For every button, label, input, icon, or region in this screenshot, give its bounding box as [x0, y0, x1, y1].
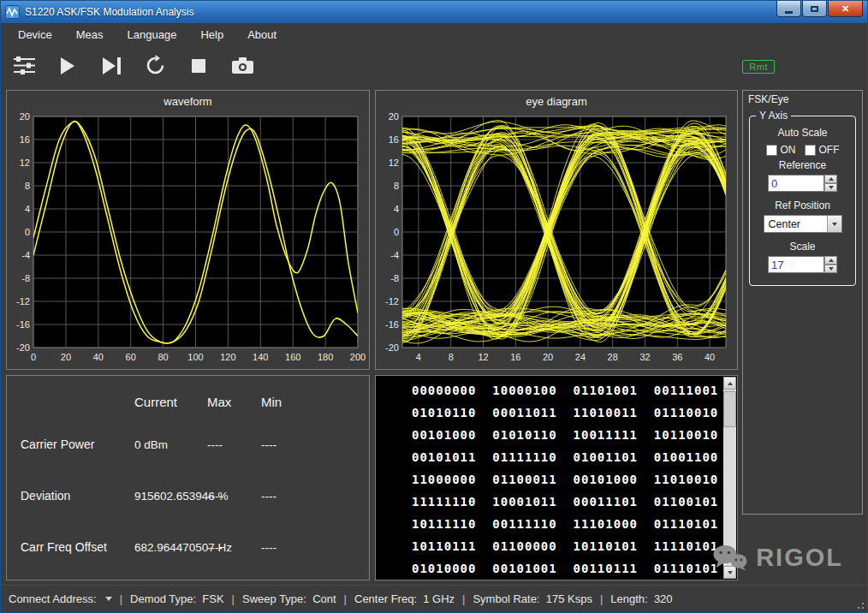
run-button[interactable]: [53, 51, 82, 80]
status-length: Length: 320: [610, 592, 672, 605]
reference-spin-down[interactable]: [824, 183, 837, 192]
app-icon: [5, 5, 20, 19]
svg-text:-20: -20: [16, 342, 30, 353]
symbol-row: 00101011 01111110 01001101 01001100: [412, 446, 722, 468]
symbol-rows: 00000000 10000100 01101001 0011100101010…: [412, 379, 722, 580]
svg-text:20: 20: [61, 352, 71, 362]
stop-button[interactable]: [184, 51, 213, 80]
scale-spin-up[interactable]: [824, 256, 837, 265]
status-separator: |: [600, 592, 603, 605]
svg-text:16: 16: [510, 352, 520, 362]
svg-text:-8: -8: [390, 273, 399, 283]
svg-text:40: 40: [705, 352, 715, 362]
status-center-freq: Center Freq: 1 GHz: [354, 592, 455, 605]
status-separator: |: [462, 592, 465, 605]
menu-item-help[interactable]: Help: [188, 25, 235, 45]
y-axis-group-title: Y Axis: [756, 110, 791, 122]
svg-text:16: 16: [389, 134, 399, 145]
status-bar: Connect Address: |Demod Type: FSK|Sweep …: [1, 585, 867, 612]
maximize-icon: [811, 6, 818, 12]
svg-text:20: 20: [543, 352, 553, 362]
play-icon: [59, 57, 76, 75]
auto-scale-label: Auto Scale: [755, 127, 850, 139]
symbol-row: 10111110 00111110 11101000 01110101: [412, 513, 722, 535]
reference-spin-up[interactable]: [824, 175, 837, 183]
auto-scale-off-checkbox[interactable]: [805, 145, 816, 156]
sliders-icon: [13, 56, 36, 75]
remote-status-badge: Rmt: [742, 60, 775, 74]
stop-icon: [191, 58, 206, 74]
maximize-button[interactable]: [802, 1, 827, 17]
svg-text:0: 0: [394, 227, 399, 237]
svg-text:16: 16: [20, 134, 30, 145]
waveform-panel: waveform 020406080100120140160180200-20-…: [6, 90, 370, 370]
svg-text:4: 4: [394, 204, 399, 214]
camera-icon: [231, 57, 254, 74]
spin-down-icon: [829, 267, 834, 271]
symbol-data-panel: 00000000 10000100 01101001 0011100101010…: [375, 375, 738, 580]
meas-header-current: Current: [134, 395, 207, 409]
reference-spinner[interactable]: [824, 175, 837, 192]
continuous-run-button[interactable]: [140, 51, 169, 80]
ref-position-select[interactable]: Center: [764, 215, 842, 233]
svg-text:-16: -16: [385, 319, 399, 330]
status-separator: |: [120, 592, 122, 605]
svg-text:80: 80: [158, 352, 168, 362]
resize-grip[interactable]: [854, 599, 865, 610]
meas-max-value: ----: [207, 438, 261, 451]
scale-input[interactable]: [768, 256, 824, 273]
svg-text:20: 20: [20, 111, 30, 122]
svg-text:28: 28: [608, 352, 618, 362]
svg-text:-8: -8: [21, 273, 30, 283]
svg-text:180: 180: [318, 352, 333, 362]
scrollbar-up-arrow[interactable]: [723, 377, 736, 390]
arrow-up-icon: [728, 382, 733, 385]
reference-label: Reference: [755, 159, 850, 171]
menu-item-language[interactable]: Language: [116, 25, 189, 45]
y-axis-group: Y Axis Auto Scale ON OFF Reference Ref P…: [749, 116, 856, 286]
loop-icon: [145, 55, 166, 76]
connect-address-dropdown-icon[interactable]: [105, 597, 112, 601]
scale-spinner[interactable]: [824, 256, 837, 273]
scrollbar-thumb[interactable]: [723, 391, 736, 427]
settings-button[interactable]: [9, 51, 39, 80]
svg-text:36: 36: [672, 352, 682, 362]
scale-spin-down[interactable]: [824, 265, 837, 273]
wechat-icon: [712, 545, 748, 572]
minimize-icon: [785, 11, 793, 14]
menu-item-meas[interactable]: Meas: [64, 25, 116, 45]
svg-text:160: 160: [285, 352, 300, 362]
svg-text:12: 12: [20, 158, 30, 168]
svg-text:12: 12: [478, 352, 488, 362]
svg-text:4: 4: [25, 204, 30, 214]
menu-item-device[interactable]: Device: [6, 25, 64, 45]
meas-max-value: ----: [207, 490, 261, 503]
ref-position-dropdown-button[interactable]: [827, 216, 841, 232]
meas-row-label: Deviation: [21, 489, 134, 503]
svg-text:-4: -4: [390, 250, 399, 260]
svg-text:40: 40: [93, 352, 104, 362]
meas-min-value: ----: [261, 490, 369, 503]
meas-current-value: 682.964470507 Hz: [134, 541, 207, 554]
auto-scale-off-label: OFF: [819, 144, 840, 156]
svg-text:0: 0: [31, 352, 36, 362]
title-bar: S1220 ASK/FSK Modulation Analysis ✕: [1, 1, 867, 23]
svg-text:-20: -20: [385, 342, 399, 353]
svg-text:8: 8: [394, 181, 399, 191]
screenshot-button[interactable]: [228, 51, 257, 80]
minimize-button[interactable]: [776, 1, 801, 17]
meas-row-label: Carrier Power: [21, 437, 134, 451]
menu-item-about[interactable]: About: [235, 25, 288, 45]
spin-up-icon: [829, 259, 834, 262]
svg-text:12: 12: [389, 158, 399, 168]
close-button[interactable]: ✕: [828, 1, 863, 17]
svg-text:140: 140: [253, 352, 268, 362]
auto-scale-on-checkbox[interactable]: [766, 145, 777, 156]
symbol-row: 01010000 00101001 00110111 01110101: [412, 557, 722, 580]
auto-scale-on-label: ON: [781, 144, 796, 156]
svg-text:200: 200: [350, 352, 366, 362]
single-run-button[interactable]: [97, 51, 126, 80]
reference-input[interactable]: [768, 175, 824, 192]
spin-up-icon: [829, 177, 834, 181]
symbol-row: 01010110 00011011 11010011 01110010: [412, 402, 722, 424]
